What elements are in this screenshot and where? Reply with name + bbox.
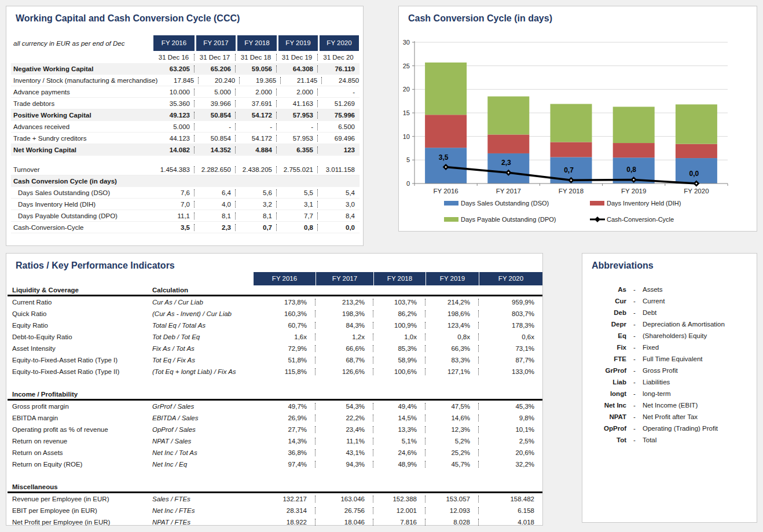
- value-cell: 7,7: [277, 212, 318, 219]
- value-cell: 0,0: [318, 224, 359, 231]
- table-row: Return on Equity (ROE)Net Inc / Eq97,4%9…: [8, 458, 542, 470]
- section-header-row: Income / Profitability: [8, 390, 542, 401]
- value-cell: 7,0: [153, 201, 195, 208]
- abbreviation-dash: -: [626, 436, 643, 443]
- value-cell: 65.206: [195, 65, 236, 72]
- value-cell: 49,4%: [373, 403, 425, 410]
- line-data-label: 0,8: [626, 166, 636, 174]
- value-cell: 2.000: [236, 89, 277, 96]
- abbreviation-term: longt: [588, 390, 626, 397]
- year-header: FY 2019: [277, 35, 318, 51]
- row-calculation: NPAT / FTEs: [152, 519, 253, 526]
- value-cell: 39.966: [195, 100, 236, 107]
- row-label: Turnover: [11, 166, 153, 173]
- abbreviation-term: NPAT: [588, 413, 626, 420]
- date-header: 31 Dec 19: [277, 54, 318, 61]
- date-header: 31 Dec 17: [195, 54, 236, 61]
- year-header: FY 2017: [195, 35, 236, 51]
- table-row: Advances received5.000---6.500: [11, 121, 360, 133]
- abbreviation-dash: -: [626, 390, 643, 397]
- value-cell: 58,9%: [373, 357, 425, 364]
- value-cell: 6,4: [195, 189, 236, 196]
- value-cell: 12.001: [373, 507, 425, 514]
- row-calculation: Net Inc / FTEs: [152, 507, 253, 514]
- section-header-row: Liquidity & CoverageCalculation: [8, 285, 542, 296]
- value-cell: -: [236, 123, 277, 130]
- legend-label: Cash-Conversion-Cycle: [607, 216, 674, 223]
- value-cell: 11,1%: [316, 438, 373, 445]
- abbreviation-definition: Current: [643, 298, 752, 304]
- value-cell: 100,9%: [373, 322, 425, 329]
- bar-segment: [676, 144, 717, 158]
- abbreviation-definition: Depreciation & Amortisation: [643, 321, 752, 328]
- working-capital-title: Working Capital and Cash Conversion Cycl…: [16, 13, 240, 24]
- abbreviation-dash: -: [626, 286, 643, 293]
- y-tick-label: 30: [403, 39, 410, 46]
- x-category-label: FY 2018: [559, 188, 584, 195]
- value-cell: 54,3%: [316, 403, 373, 410]
- value-cell: 2.000: [277, 89, 318, 96]
- value-cell: 2,5%: [479, 438, 542, 445]
- row-calculation: OpProf / Sales: [152, 426, 253, 433]
- row-calculation: (Tot Eq + longt Liab) / Fix As: [152, 368, 253, 375]
- abbreviation-term: Liab: [588, 379, 626, 386]
- bar-segment: [425, 63, 467, 115]
- table-row: Cash Conversion Cycle (in days): [11, 175, 360, 187]
- x-category-label: FY 2019: [621, 188, 646, 195]
- abbreviation-definition: Full Time Equivalent: [643, 355, 752, 362]
- table-row: Net Profit per Employee (in EUR)NPAT / F…: [8, 516, 542, 528]
- value-cell: 44.123: [153, 135, 195, 142]
- row-label: EBITDA margin: [8, 414, 152, 421]
- value-cell: 5,5: [277, 189, 318, 196]
- value-cell: 6.500: [318, 123, 359, 130]
- table-row: EBITDA marginEBITDA / Sales26,9%22,2%14,…: [8, 412, 542, 424]
- abbreviation-row: Fix-Fixed: [588, 342, 752, 353]
- value-cell: 8,1: [195, 212, 236, 219]
- y-tick-label: 20: [403, 86, 410, 93]
- row-label: Current Ratio: [8, 299, 152, 306]
- value-cell: 45,7%: [425, 461, 479, 468]
- table-row: Cash-Conversion-Cycle3,52,30,70,80,0: [11, 222, 360, 233]
- value-cell: 4,0: [195, 201, 236, 208]
- legend-swatch: [444, 217, 458, 222]
- y-tick-label: 0: [406, 180, 410, 187]
- value-cell: -: [195, 123, 236, 130]
- line-data-label: 3,5: [439, 153, 449, 162]
- value-cell: 213,2%: [316, 299, 373, 306]
- value-cell: 60,7%: [253, 322, 316, 329]
- abbreviation-definition: Assets: [643, 286, 752, 293]
- section-gap-row: [8, 377, 542, 390]
- value-cell: 47,5%: [425, 403, 479, 410]
- section-title: Miscellaneous: [8, 483, 152, 490]
- value-cell: 123,4%: [425, 322, 479, 329]
- table-row: [11, 156, 360, 164]
- value-cell: 72,9%: [253, 345, 316, 352]
- year-header: FY 2018: [236, 35, 277, 51]
- value-cell: 94,3%: [316, 461, 373, 468]
- bar-segment: [425, 115, 467, 148]
- abbreviation-term: FTE: [588, 355, 626, 362]
- value-cell: 86,2%: [373, 310, 425, 317]
- value-cell: 3,1: [277, 201, 318, 208]
- ccc-stacked-bar-chart: 051015202530FY 2016FY 2017FY 2018FY 2019…: [399, 6, 757, 231]
- value-cell: 6.158: [479, 507, 542, 514]
- year-header: FY 2016: [153, 35, 195, 51]
- value-cell: 21.145: [281, 77, 322, 84]
- y-tick-label: 10: [403, 133, 410, 140]
- row-label: Quick Ratio: [8, 310, 152, 317]
- table-row: Negative Working Capital63.20565.20659.0…: [11, 63, 360, 75]
- row-calculation: Tot Deb / Tot Eq: [152, 333, 253, 340]
- value-cell: 4.018: [479, 519, 542, 526]
- abbreviation-row: FTE-Full Time Equivalent: [588, 353, 752, 365]
- value-cell: 24.850: [322, 77, 363, 84]
- value-cell: 17.845: [157, 77, 199, 84]
- table-row: Current RatioCur As / Cur Liab173,8%213,…: [8, 296, 542, 308]
- row-label: Positive Working Capital: [11, 112, 153, 119]
- value-cell: 14,3%: [253, 438, 316, 445]
- value-cell: 25,2%: [425, 449, 479, 456]
- value-cell: 5.000: [153, 123, 195, 130]
- abbreviation-row: Deb-Debt: [588, 307, 752, 318]
- row-calculation: Cur As / Cur Liab: [152, 299, 253, 306]
- row-calculation: NPAT / Sales: [152, 438, 253, 445]
- value-cell: 64.308: [277, 65, 318, 72]
